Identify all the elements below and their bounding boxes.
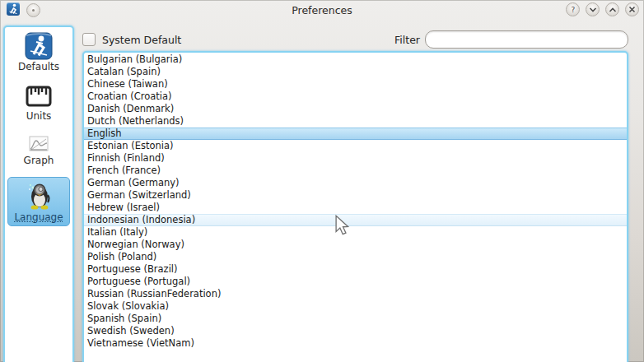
sidebar-item-label: Graph — [24, 155, 54, 167]
sidebar-item-defaults[interactable]: Defaults — [6, 31, 72, 73]
titlebar: Preferences ? — [0, 0, 644, 20]
language-row[interactable]: Danish (Denmark) — [84, 103, 627, 115]
language-row[interactable]: Chinese (Taiwan) — [84, 78, 627, 90]
graph-icon — [29, 133, 49, 155]
help-button[interactable]: ? — [566, 2, 580, 16]
sidebar-item-label: Language — [14, 211, 63, 224]
language-row[interactable]: Bulgarian (Bulgaria) — [84, 53, 627, 66]
language-row[interactable]: Norwegian (Norway) — [84, 239, 627, 251]
preferences-category-list: DefaultsUnitsGraphLanguage — [3, 26, 74, 362]
close-icon — [628, 6, 636, 13]
language-row[interactable]: Vietnamese (VietNam) — [84, 337, 627, 350]
language-row[interactable]: French (France) — [84, 165, 627, 177]
minimize-button[interactable] — [586, 2, 600, 16]
language-row[interactable]: Catalan (Spain) — [84, 66, 627, 78]
question-icon: ? — [569, 5, 577, 14]
svg-text:?: ? — [571, 6, 575, 14]
language-row[interactable]: Portuguese (Portugal) — [84, 276, 627, 288]
language-row[interactable]: Polish (Poland) — [84, 251, 627, 263]
tux-penguin-icon — [22, 180, 55, 211]
ruler-icon — [26, 82, 52, 110]
sidebar-item-graph[interactable]: Graph — [6, 133, 72, 167]
language-row[interactable]: Dutch (Netherlands) — [84, 115, 627, 128]
language-row[interactable]: Italian (Italy) — [84, 226, 627, 239]
filter-input[interactable] — [425, 30, 628, 49]
close-button[interactable] — [625, 2, 639, 16]
maximize-button[interactable] — [605, 2, 619, 16]
chevron-up-icon — [609, 7, 617, 13]
language-row[interactable]: Portuguese (Brazil) — [84, 263, 627, 276]
hiker-icon — [25, 31, 53, 61]
language-row[interactable]: German (Switzerland) — [84, 189, 627, 202]
sidebar-item-units[interactable]: Units — [6, 82, 72, 123]
language-row[interactable]: English — [84, 128, 627, 140]
filter-label: Filter — [394, 34, 420, 46]
language-row[interactable]: Indonesian (Indonesia) — [84, 214, 627, 226]
sidebar-item-language[interactable]: Language — [7, 177, 70, 226]
sidebar-item-label: Defaults — [18, 61, 59, 73]
language-row[interactable]: Finnish (Finland) — [84, 152, 627, 165]
window-title: Preferences — [0, 4, 644, 16]
language-row[interactable]: Hebrew (Israel) — [84, 202, 627, 214]
chevron-down-icon — [589, 7, 597, 13]
language-list: Bulgarian (Bulgaria)Catalan (Spain)Chine… — [82, 51, 628, 362]
system-default-label: System Default — [102, 34, 181, 46]
language-row[interactable]: German (Germany) — [84, 177, 627, 189]
sidebar-item-label: Units — [26, 110, 52, 123]
window-controls: ? — [566, 2, 639, 16]
system-default-checkbox[interactable] — [82, 33, 96, 46]
language-row[interactable]: Croatian (Croatia) — [84, 90, 627, 103]
language-row[interactable]: Estonian (Estonia) — [84, 140, 627, 152]
language-row[interactable]: Slovak (Slovakia) — [84, 300, 627, 313]
language-row[interactable]: Swedish (Sweden) — [84, 325, 627, 337]
language-row[interactable]: Spanish (Spain) — [84, 313, 627, 325]
language-row[interactable]: Russian (RussianFederation) — [84, 288, 627, 300]
